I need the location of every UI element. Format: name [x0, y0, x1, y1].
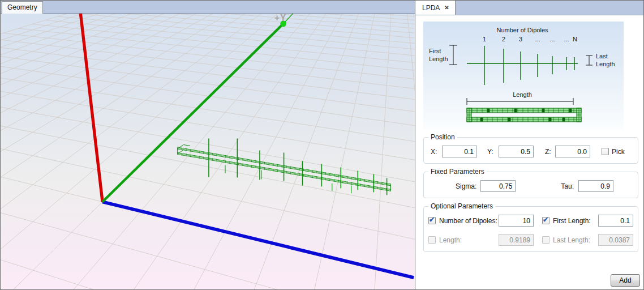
- tab-lpda[interactable]: LPDA ✕: [415, 0, 456, 15]
- number-of-dipoles-option: Number of Dipoles:: [428, 215, 534, 227]
- left-tab-strip: Geometry: [1, 1, 415, 14]
- last-length-label-1: Last: [596, 53, 608, 59]
- position-group-title: Position: [428, 133, 457, 141]
- fixed-parameters-group: Fixed Parameters Sigma: Tau:: [423, 172, 638, 198]
- 3d-viewport[interactable]: +Y: [1, 14, 415, 289]
- diagram-title: Number of Dipoles: [496, 27, 548, 33]
- lpda-panel-content: Number of Dipoles 1 2 3 ... ... ... N: [415, 15, 643, 289]
- last-length-input: [598, 234, 633, 246]
- last-length-label: Last Length:: [553, 236, 598, 244]
- close-tab-icon[interactable]: ✕: [444, 5, 449, 11]
- ground-grid: [1, 14, 415, 289]
- length-dimension-line: [467, 98, 573, 105]
- first-length-checkbox[interactable]: [542, 217, 549, 224]
- dipole-label-n: N: [573, 36, 577, 42]
- first-length-label-2: Length: [429, 56, 448, 62]
- tau-label: Tau:: [561, 182, 574, 190]
- x-input[interactable]: [442, 146, 477, 157]
- first-length-input[interactable]: [598, 215, 633, 227]
- tau-input[interactable]: [578, 180, 613, 192]
- length-option: Length:: [428, 234, 534, 246]
- dipole-sketch: [467, 46, 578, 85]
- tab-lpda-label: LPDA: [422, 4, 440, 12]
- lpda-schematic-panel: Number of Dipoles 1 2 3 ... ... ... N: [423, 22, 624, 129]
- x-axis-blue: [102, 202, 414, 278]
- last-length-option: Last Length:: [542, 234, 633, 246]
- last-length-bracket: [586, 56, 593, 65]
- dipole-label-2: 2: [502, 36, 505, 42]
- position-group: Position X: Y: Z: Pick: [423, 137, 638, 164]
- z-input[interactable]: [555, 146, 590, 157]
- tab-geometry[interactable]: Geometry: [2, 1, 43, 14]
- dipole-label-6: ...: [564, 36, 569, 42]
- geometry-pane: Geometry +Y: [1, 1, 415, 289]
- application-window: Geometry +Y LPDA ✕: [0, 0, 644, 290]
- length-label-opt: Length:: [439, 236, 499, 244]
- last-length-label-2: Length: [596, 61, 615, 67]
- sigma-label: Sigma:: [456, 182, 476, 190]
- lpda-antenna-model: [178, 139, 391, 195]
- y-input[interactable]: [499, 146, 534, 157]
- number-of-dipoles-checkbox[interactable]: [428, 217, 436, 224]
- dipole-label-3: 3: [519, 36, 522, 42]
- last-length-checkbox[interactable]: [542, 236, 549, 244]
- y-label: Y:: [487, 148, 499, 156]
- add-button[interactable]: Add: [611, 274, 640, 287]
- first-length-label: First Length:: [553, 217, 598, 225]
- length-checkbox[interactable]: [428, 236, 436, 244]
- y-axis-label: +Y: [274, 14, 286, 23]
- pick-label: Pick: [612, 148, 625, 156]
- boom-sketch: [467, 108, 581, 122]
- lpda-panel: LPDA ✕ Number of Dipoles 1 2 3 ... ... .…: [415, 1, 643, 289]
- first-length-bracket: [449, 45, 457, 65]
- z-label: Z:: [545, 148, 555, 156]
- dipole-label-1: 1: [483, 36, 486, 42]
- dipole-label-4: ...: [535, 36, 540, 42]
- pick-checkbox[interactable]: [602, 148, 609, 155]
- length-input: [499, 234, 534, 246]
- length-label: Length: [513, 91, 532, 98]
- number-of-dipoles-input[interactable]: [499, 215, 534, 227]
- number-of-dipoles-label: Number of Dipoles:: [439, 217, 499, 225]
- 3d-scene: +Y: [1, 14, 415, 289]
- x-label: X:: [431, 148, 442, 156]
- dipole-label-5: ...: [549, 36, 555, 42]
- lpda-schematic: Number of Dipoles 1 2 3 ... ... ... N: [423, 22, 624, 129]
- right-tab-strip: LPDA ✕: [415, 1, 643, 15]
- optional-parameters-group: Optional Parameters Number of Dipoles: F…: [423, 206, 638, 252]
- tab-geometry-label: Geometry: [7, 3, 37, 11]
- optional-parameters-title: Optional Parameters: [428, 202, 495, 210]
- sigma-input[interactable]: [480, 180, 516, 192]
- first-length-option: First Length:: [542, 215, 633, 227]
- fixed-parameters-title: Fixed Parameters: [428, 168, 487, 176]
- first-length-label-1: First: [429, 48, 441, 54]
